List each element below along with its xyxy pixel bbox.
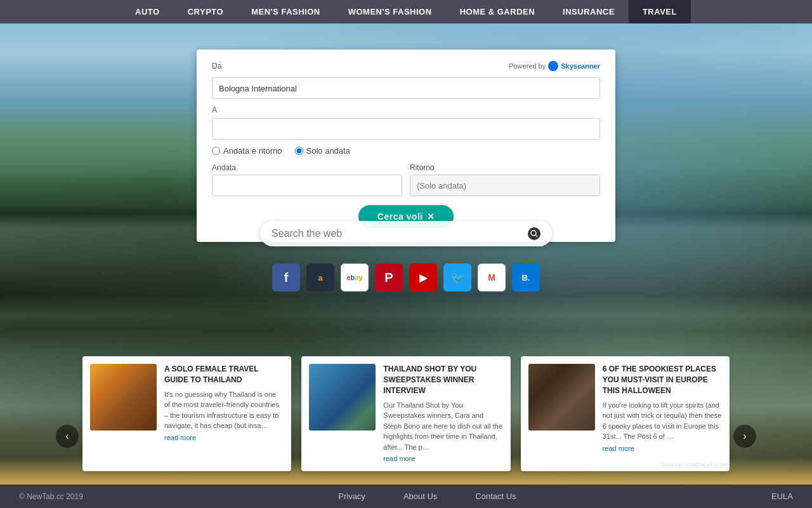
return-col: Ritorno [410,163,600,196]
facebook-link[interactable]: f [272,264,300,291]
return-label: Ritorno [410,163,600,172]
skyscanner-icon [548,61,558,71]
gmail-icon: M [488,272,495,283]
card-title: A SOLO FEMALE TRAVEL GUIDE TO THAILAND [164,364,284,385]
pinterest-link[interactable]: P [375,264,403,291]
youtube-link[interactable]: ▶ [409,264,437,291]
read-more-link[interactable]: read more [164,434,196,441]
depart-input[interactable] [212,175,402,196]
web-search-bar [260,221,552,246]
quick-links: f a ebay P ▶ 🐦 M B. [272,264,540,291]
to-label: A [212,105,600,114]
card-content: A SOLO FEMALE TRAVEL GUIDE TO THAILAND I… [164,364,284,464]
card-text: Our Thailand Shot by You Sweepstakes win… [383,400,502,453]
footer: © NewTab.cc 2019 Privacy About Us Contac… [0,485,812,508]
card-title: THAILAND SHOT BY YOU SWEEPSTAKES WINNER … [383,364,502,396]
card-text: If you're looking to lift your spirits (… [603,400,722,442]
copyright: © NewTab.cc 2019 [19,492,83,501]
article-card: THAILAND SHOT BY YOU SWEEPSTAKES WINNER … [301,356,510,471]
web-search-input[interactable] [272,228,528,239]
about-us-link[interactable]: About Us [403,491,437,501]
depart-col: Andata [212,163,402,196]
flight-search-widget: Da Powered by Skyscanner A Andata e rito… [197,50,615,242]
date-row: Andata Ritorno [212,163,600,196]
skyscanner-logo: Powered by Skyscanner [509,61,600,71]
from-input[interactable] [212,77,600,99]
nav-auto[interactable]: AUTO [121,0,174,23]
search-icon[interactable] [528,227,540,240]
pinterest-icon: P [384,271,393,285]
carousel-left-arrow[interactable]: ‹ [56,425,79,448]
card-title: 6 OF THE SPOOKIEST PLACES YOU MUST-VISIT… [603,364,722,396]
article-thumbnail [528,364,595,431]
from-label: Da [212,62,221,70]
source-label: Source: statravel.com [660,461,728,469]
facebook-icon: f [284,271,289,285]
bing-icon: B. [522,273,530,283]
youtube-icon: ▶ [419,272,427,284]
nav-crypto[interactable]: CRYPTO [174,0,237,23]
twitter-link[interactable]: 🐦 [443,264,471,291]
twitter-icon: 🐦 [450,271,464,284]
return-input[interactable] [410,175,600,196]
trip-type-radio-group: Andata e ritorno Solo andata [212,146,600,156]
svg-point-0 [531,231,536,236]
eula-link[interactable]: EULA [771,491,793,501]
card-text: It's no guessing why Thailand is one of … [164,389,284,431]
card-content: 6 OF THE SPOOKIEST PLACES YOU MUST-VISIT… [603,364,722,464]
nav-insurance[interactable]: INSURANCE [549,0,629,23]
read-more-link[interactable]: read more [383,455,415,462]
depart-label: Andata [212,163,402,172]
read-more-link[interactable]: read more [603,444,634,452]
oneway-radio[interactable]: Solo andata [295,146,350,156]
navbar: AUTO CRYPTO MEN'S FASHION WOMEN'S FASHIO… [0,0,812,23]
article-card: A SOLO FEMALE TRAVEL GUIDE TO THAILAND I… [82,356,291,471]
carousel-right-arrow[interactable]: › [733,425,756,448]
roundtrip-radio[interactable]: Andata e ritorno [212,146,282,156]
bing-link[interactable]: B. [512,264,540,291]
web-search-container [260,221,552,246]
gmail-link[interactable]: M [478,264,506,291]
to-input[interactable] [212,118,600,140]
nav-womens-fashion[interactable]: WOMEN'S FASHION [334,0,446,23]
footer-links: Privacy About Us Contact Us [338,491,516,501]
nav-mens-fashion[interactable]: MEN'S FASHION [237,0,334,23]
article-card: 6 OF THE SPOOKIEST PLACES YOU MUST-VISIT… [521,356,730,471]
amazon-link[interactable]: a [306,264,334,291]
card-content: THAILAND SHOT BY YOU SWEEPSTAKES WINNER … [383,364,502,464]
amazon-icon: a [318,273,322,283]
article-thumbnail [309,364,376,431]
article-cards: A SOLO FEMALE TRAVEL GUIDE TO THAILAND I… [82,356,730,471]
article-thumbnail [90,364,157,431]
svg-line-1 [535,235,537,237]
nav-home-garden[interactable]: HOME & GARDEN [446,0,549,23]
privacy-link[interactable]: Privacy [338,491,365,501]
nav-travel[interactable]: TRAVEL [629,0,691,23]
ebay-link[interactable]: ebay [341,264,369,291]
contact-us-link[interactable]: Contact Us [475,491,516,501]
